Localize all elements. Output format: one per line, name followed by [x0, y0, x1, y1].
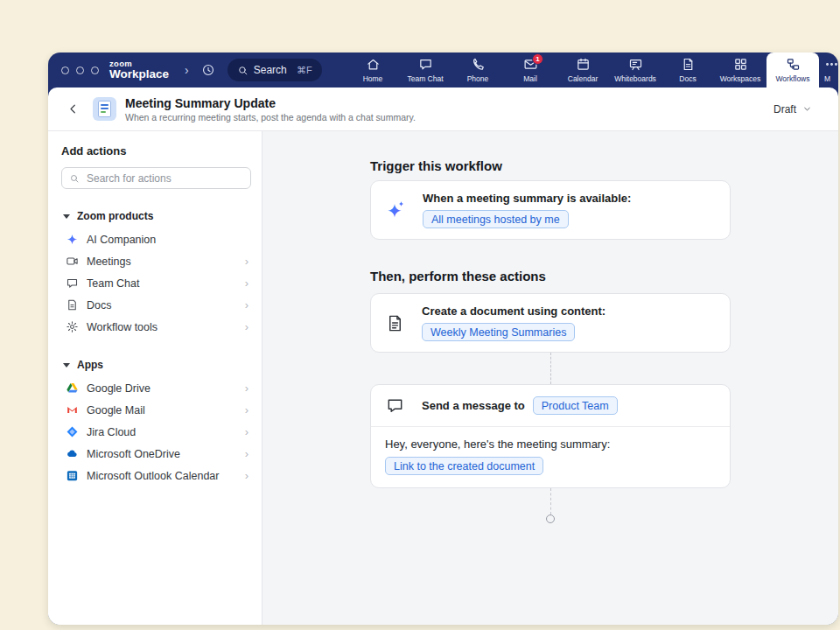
action-card-create-document[interactable]: Create a document using content: Weekly … [370, 293, 731, 353]
doc-page-icon [66, 298, 79, 312]
action-card-send-message[interactable]: Send a message to Product Team Hey, ever… [370, 384, 731, 488]
workplace-logo-text: Workplace [109, 68, 169, 80]
window-close-button[interactable] [61, 66, 69, 74]
group-header-apps[interactable]: Apps [63, 359, 251, 371]
group-header-zoom-products[interactable]: Zoom products [63, 210, 251, 222]
gear-icon [66, 320, 79, 333]
workflow-title-block: Meeting Summary Update When a recurring … [125, 96, 416, 122]
chevron-right-icon: › [245, 321, 248, 332]
workflow-canvas: Trigger this workflow W [262, 131, 838, 625]
trigger-section-heading: Trigger this workflow [370, 158, 731, 173]
outlook-calendar-icon [66, 469, 79, 482]
ai-companion-icon [66, 233, 79, 246]
actions-search[interactable] [61, 167, 251, 189]
sidebar-item-label: Microsoft OneDrive [87, 448, 180, 460]
history-icon [201, 63, 215, 77]
sidebar-item-label: Meetings [87, 256, 131, 268]
gmail-icon [66, 403, 79, 416]
message-recipient-chip[interactable]: Product Team [533, 396, 618, 415]
nav-item-home[interactable]: Home [346, 52, 399, 88]
search-placeholder-text: Search [254, 64, 291, 76]
top-navigation-bar: zoom Workplace › Search ⌘F Home Team Cha… [48, 52, 838, 88]
global-search[interactable]: Search ⌘F [228, 59, 322, 81]
history-button[interactable] [196, 63, 220, 77]
sidebar-item-meetings[interactable]: Meetings › [61, 250, 251, 272]
search-icon [237, 65, 248, 76]
message-link-chip[interactable]: Link to the created document [385, 457, 543, 475]
nav-item-docs[interactable]: Docs [662, 52, 714, 88]
sidebar-item-label: Google Mail [87, 404, 145, 416]
sidebar-item-google-mail[interactable]: Google Mail › [61, 399, 251, 421]
trigger-scope-chip[interactable]: All meetings hosted by me [423, 210, 569, 228]
actions-section-heading: Then, perform these actions [370, 269, 731, 284]
mail-unread-badge: 1 [532, 53, 543, 65]
onedrive-icon [66, 447, 79, 460]
sidebar-item-team-chat[interactable]: Team Chat › [61, 272, 251, 294]
sidebar-item-ai-companion[interactable]: AI Companion [61, 228, 251, 250]
actions-search-input[interactable] [85, 172, 243, 186]
back-button[interactable] [66, 102, 80, 116]
sidebar-item-label: Microsoft Outlook Calendar [87, 470, 219, 482]
chevron-right-icon: › [245, 299, 248, 311]
nav-item-mail[interactable]: Mail 1 [504, 52, 556, 88]
phone-icon [471, 57, 486, 72]
window-maximize-button[interactable] [91, 66, 99, 74]
group-label: Zoom products [77, 210, 153, 222]
sidebar-item-label: Google Drive [87, 382, 150, 395]
add-step-node[interactable] [546, 514, 555, 523]
chevron-right-icon: › [245, 277, 248, 289]
status-dropdown[interactable]: Draft [765, 99, 821, 120]
zoom-workplace-logo: zoom Workplace [109, 60, 169, 80]
status-label: Draft [774, 103, 796, 116]
sidebar-item-docs[interactable]: Docs › [61, 294, 251, 316]
chevron-left-icon [66, 102, 80, 116]
sidebar-item-microsoft-outlook-calendar[interactable]: Microsoft Outlook Calendar › [61, 465, 251, 486]
home-icon [366, 57, 381, 72]
sidebar-item-microsoft-onedrive[interactable]: Microsoft OneDrive › [61, 443, 251, 465]
calendar-icon [576, 57, 591, 72]
window-minimize-button[interactable] [76, 66, 84, 74]
content-panel: Meeting Summary Update When a recurring … [48, 88, 838, 625]
nav-left-cluster: zoom Workplace › Search ⌘F [48, 52, 322, 88]
sidebar-item-workflow-tools[interactable]: Workflow tools › [61, 316, 251, 338]
sidebar-item-google-drive[interactable]: Google Drive › [61, 377, 251, 399]
workspaces-icon [733, 57, 748, 72]
chevron-right-icon: › [245, 256, 248, 267]
nav-item-workflows[interactable]: Workflows [766, 52, 819, 88]
sidebar-item-jira-cloud[interactable]: Jira Cloud › [61, 421, 251, 443]
window-controls [48, 66, 109, 74]
message-body-text: Hey, everyone, here's the meeting summar… [385, 438, 610, 451]
nav-item-phone[interactable]: Phone [452, 52, 504, 88]
search-shortcut: ⌘F [297, 65, 312, 76]
trigger-card[interactable]: When a meeting summary is available: All… [370, 180, 731, 240]
connector-line [550, 353, 551, 384]
chevron-right-icon: › [245, 404, 248, 416]
whiteboard-icon [628, 57, 643, 72]
document-content-chip[interactable]: Weekly Meeting Summaries [422, 323, 575, 341]
nav-item-workspaces[interactable]: Workspaces [714, 52, 766, 88]
chevron-right-icon: › [245, 470, 248, 481]
trigger-text: When a meeting summary is available: [423, 192, 631, 205]
collapse-triangle-icon [63, 214, 70, 219]
sidebar-item-label: AI Companion [87, 234, 156, 246]
connector-line [550, 488, 551, 514]
group-label: Apps [77, 359, 103, 371]
workflow-thumbnail-icon [93, 97, 116, 121]
chevron-right-icon[interactable]: › [178, 63, 196, 77]
nav-item-team-chat[interactable]: Team Chat [399, 52, 452, 88]
workflows-icon [786, 57, 801, 72]
collapse-triangle-icon [63, 363, 70, 368]
nav-item-whiteboards[interactable]: Whiteboards [609, 52, 662, 88]
actions-sidebar: Add actions Zoom products AI Companion [48, 131, 262, 625]
page-body: Add actions Zoom products AI Companion [48, 131, 838, 625]
chevron-down-icon [802, 104, 812, 114]
docs-icon [681, 57, 696, 72]
sidebar-item-label: Docs [87, 299, 111, 312]
search-icon [69, 173, 80, 184]
chat-bubble-icon [66, 276, 79, 290]
jira-icon [66, 425, 79, 438]
nav-item-calendar[interactable]: Calendar [556, 52, 609, 88]
sidebar-title: Add actions [61, 144, 251, 158]
meetings-video-icon [66, 255, 79, 268]
nav-item-more[interactable]: M [819, 52, 838, 88]
